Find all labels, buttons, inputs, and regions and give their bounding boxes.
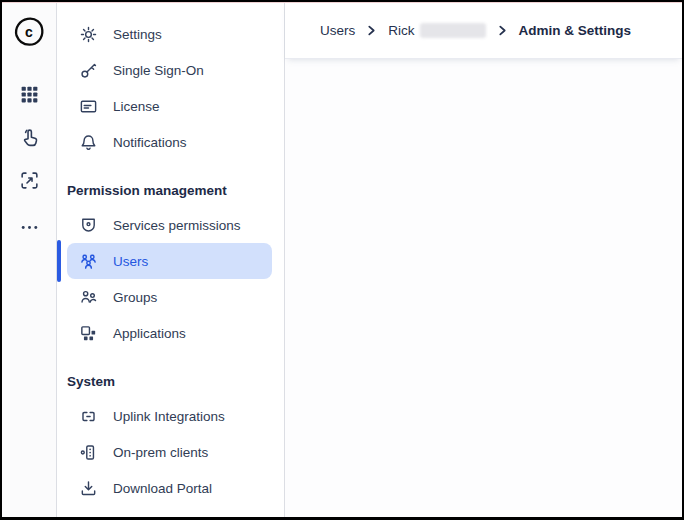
sidebar-item-label: Applications bbox=[113, 326, 186, 341]
more-dots-icon[interactable] bbox=[18, 216, 40, 238]
app-squares-icon bbox=[79, 324, 98, 343]
users-two-icon bbox=[79, 288, 98, 307]
sidebar-item-label: Services permissions bbox=[113, 218, 241, 233]
sidebar-item-label: Single Sign-On bbox=[113, 63, 204, 78]
sidebar-item-label: Download Portal bbox=[113, 481, 212, 496]
sidebar-item-download-portal[interactable]: Download Portal bbox=[67, 470, 272, 506]
sidebar-item-partial[interactable] bbox=[67, 513, 272, 517]
sidebar-item-groups[interactable]: Groups bbox=[67, 279, 272, 315]
logo-letter: c bbox=[25, 24, 33, 40]
breadcrumb-user[interactable]: Rick bbox=[388, 23, 485, 38]
sidebar-item-single-sign-on[interactable]: Single Sign-On bbox=[67, 52, 272, 88]
bell-icon bbox=[79, 133, 98, 152]
main-content bbox=[285, 59, 682, 517]
icon-rail: c bbox=[2, 2, 57, 517]
main-area: Users Rick Admin & Settings bbox=[285, 2, 682, 517]
sidebar-item-label: On-prem clients bbox=[113, 445, 208, 460]
sidebar-item-settings[interactable]: Settings bbox=[67, 16, 272, 52]
sidebar-item-license[interactable]: License bbox=[67, 88, 272, 124]
settings-sidebar: Settings Single Sign-On License Notifica… bbox=[57, 2, 285, 517]
client-tower-icon bbox=[79, 443, 98, 462]
section-title-permission-management: Permission management bbox=[67, 181, 272, 199]
apps-grid-icon[interactable] bbox=[18, 83, 40, 105]
license-card-icon bbox=[79, 97, 98, 116]
breadcrumb: Users Rick Admin & Settings bbox=[285, 2, 682, 59]
breadcrumb-current-admin-settings: Admin & Settings bbox=[519, 23, 632, 38]
breadcrumb-users[interactable]: Users bbox=[320, 23, 355, 38]
sidebar-item-services-permissions[interactable]: Services permissions bbox=[67, 207, 272, 243]
app-window: c bbox=[0, 0, 684, 520]
sidebar-item-label: Users bbox=[113, 254, 148, 269]
screen-expand-icon[interactable] bbox=[18, 169, 40, 191]
sidebar-item-label: Notifications bbox=[113, 135, 187, 150]
breadcrumb-user-first-name: Rick bbox=[388, 23, 414, 38]
sidebar-item-on-prem-clients[interactable]: On-prem clients bbox=[67, 434, 272, 470]
top-accent-line bbox=[2, 2, 682, 3]
sidebar-item-label: Uplink Integrations bbox=[113, 409, 225, 424]
sidebar-item-label: Settings bbox=[113, 27, 162, 42]
chevron-right-icon bbox=[497, 25, 508, 36]
download-icon bbox=[79, 479, 98, 498]
chevron-right-icon bbox=[366, 25, 377, 36]
sidebar-item-label: License bbox=[113, 99, 160, 114]
sidebar-item-applications[interactable]: Applications bbox=[67, 315, 272, 351]
shield-dot-icon bbox=[79, 216, 98, 235]
cato-logo[interactable]: c bbox=[10, 12, 48, 52]
sidebar-item-users[interactable]: Users bbox=[67, 243, 272, 279]
redacted-user-name bbox=[420, 23, 486, 38]
gear-icon bbox=[79, 25, 98, 44]
chain-link-icon bbox=[79, 407, 98, 426]
users-three-icon bbox=[79, 252, 98, 271]
sidebar-item-label: Groups bbox=[113, 290, 157, 305]
section-title-system: System bbox=[67, 372, 272, 390]
key-icon bbox=[79, 61, 98, 80]
sidebar-item-notifications[interactable]: Notifications bbox=[67, 124, 272, 160]
touch-pointer-icon[interactable] bbox=[18, 126, 40, 148]
sidebar-item-uplink-integrations[interactable]: Uplink Integrations bbox=[67, 398, 272, 434]
